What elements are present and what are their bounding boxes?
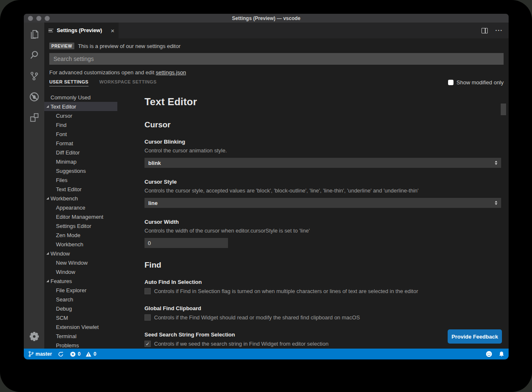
- toc-item-text-editor-child[interactable]: Text Editor: [44, 185, 140, 194]
- toc-item-problems[interactable]: Problems: [44, 341, 140, 349]
- twistie-icon: [46, 252, 49, 255]
- search-icon[interactable]: [28, 49, 41, 61]
- scrollbar-thumb[interactable]: [501, 104, 506, 115]
- extensions-icon[interactable]: [28, 111, 41, 124]
- sync-button[interactable]: [58, 351, 64, 357]
- tab-user-settings[interactable]: USER SETTINGS: [49, 79, 89, 86]
- toc-item-format[interactable]: Format: [44, 139, 140, 148]
- explorer-icon[interactable]: [28, 28, 41, 40]
- toc-item-files[interactable]: Files: [44, 175, 140, 185]
- show-modified-only-toggle[interactable]: Show modified only: [448, 79, 504, 86]
- settings-gear-icon[interactable]: [28, 330, 41, 343]
- error-count: 0: [78, 351, 81, 357]
- warning-count: 0: [94, 351, 96, 357]
- tab-close-icon[interactable]: ×: [111, 28, 114, 34]
- toc-item-text-editor[interactable]: Text Editor: [44, 102, 117, 111]
- section-title-cursor: Cursor: [144, 120, 501, 129]
- source-control-icon[interactable]: [28, 70, 41, 82]
- toc-item-window[interactable]: Window: [44, 249, 140, 258]
- show-modified-checkbox[interactable]: [448, 80, 453, 85]
- title-bar: Settings (Preview) — vscode: [24, 14, 509, 23]
- toc-item-suggestions[interactable]: Suggestions: [44, 166, 140, 175]
- setting-cursor-width: Cursor Width Controls the width of the c…: [144, 219, 501, 248]
- global-find-clipboard-checkbox[interactable]: [144, 314, 151, 321]
- desktop-shadow: Settings (Preview) — vscode: [0, 0, 532, 392]
- check-icon: ✓: [145, 341, 149, 346]
- setting-global-find-clipboard: Global Find Clipboard Controls if the Fi…: [144, 305, 501, 321]
- toc-item-features[interactable]: Features: [44, 276, 140, 286]
- toc-item-extension-viewlet[interactable]: Extension Viewlet: [44, 322, 140, 331]
- toc-item-commonly-used[interactable]: Commonly Used: [44, 93, 140, 102]
- cursor-style-select[interactable]: line: [144, 198, 501, 208]
- section-title-find: Find: [144, 260, 501, 270]
- toc-item-cursor[interactable]: Cursor: [44, 111, 140, 120]
- toc-item-new-window[interactable]: New Window: [44, 258, 140, 267]
- twistie-icon: [46, 280, 49, 282]
- settings-header: PREVIEW This is a preview of our new set…: [44, 38, 509, 90]
- toc-item-diff-editor[interactable]: Diff Editor: [44, 148, 140, 157]
- split-editor-icon[interactable]: [481, 28, 488, 33]
- toc-item-window-child[interactable]: Window: [44, 267, 140, 276]
- preview-text: This is a preview of our new settings ed…: [78, 43, 181, 49]
- warnings-icon: [85, 351, 92, 357]
- toc-item-workbench[interactable]: Workbench: [44, 194, 140, 203]
- toc-item-editor-management[interactable]: Editor Management: [44, 212, 140, 221]
- settings-toc: Commonly Used Text Editor Cursor Find Fo…: [44, 90, 140, 349]
- settings-editor-icon: [48, 29, 53, 33]
- git-branch-item[interactable]: master: [28, 351, 52, 357]
- tab-workspace-settings[interactable]: WORKSPACE SETTINGS: [99, 79, 157, 86]
- advanced-customizations-text: For advanced customizations open and edi…: [49, 69, 504, 76]
- smiley-icon: [486, 351, 492, 357]
- status-bar: master 0 0: [24, 349, 509, 359]
- notifications-button[interactable]: [499, 351, 504, 357]
- preview-badge: PREVIEW: [49, 43, 74, 49]
- cursor-width-input[interactable]: [144, 238, 228, 248]
- problems-item[interactable]: 0 0: [70, 351, 96, 357]
- cursor-blinking-select[interactable]: blink: [144, 158, 501, 168]
- sync-icon: [58, 351, 64, 357]
- select-stepper-icon: [495, 161, 497, 165]
- bell-icon: [499, 351, 504, 357]
- page-title: Text Editor: [144, 96, 501, 108]
- setting-auto-find-in-selection: Auto Find In Selection Controls if Find …: [144, 279, 501, 294]
- toc-item-debug[interactable]: Debug: [44, 304, 140, 313]
- seed-search-string-checkbox[interactable]: ✓: [144, 341, 151, 347]
- settings-list: Text Editor Cursor Cursor Blinking Contr…: [140, 90, 509, 349]
- setting-cursor-style: Cursor Style Controls the cursor style, …: [144, 179, 501, 208]
- settings-json-link[interactable]: settings.json: [156, 69, 186, 76]
- select-stepper-icon: [495, 201, 497, 205]
- errors-icon: [70, 351, 76, 357]
- tab-bar: Settings (Preview) × ···: [44, 23, 509, 38]
- debug-disabled-icon[interactable]: [28, 91, 41, 103]
- feedback-smiley-button[interactable]: [486, 351, 492, 357]
- toc-item-font[interactable]: Font: [44, 129, 140, 139]
- auto-find-in-selection-checkbox[interactable]: [144, 288, 151, 294]
- setting-cursor-blinking: Cursor Blinking Control the cursor anima…: [144, 139, 501, 168]
- tab-settings-preview[interactable]: Settings (Preview) ×: [44, 23, 119, 38]
- more-actions-icon[interactable]: ···: [495, 29, 503, 32]
- toc-item-file-explorer[interactable]: File Explorer: [44, 286, 140, 295]
- git-branch-icon: [28, 351, 34, 357]
- vscode-window: Settings (Preview) — vscode: [24, 14, 509, 359]
- twistie-icon: [46, 197, 49, 200]
- activity-bar: [24, 23, 44, 349]
- toc-item-workbench-child[interactable]: Workbench: [44, 240, 140, 249]
- toc-item-find[interactable]: Find: [44, 120, 140, 129]
- provide-feedback-button[interactable]: Provide Feedback: [448, 329, 502, 344]
- toc-item-terminal[interactable]: Terminal: [44, 331, 140, 341]
- toc-item-zen-mode[interactable]: Zen Mode: [44, 230, 140, 240]
- toc-item-search[interactable]: Search: [44, 295, 140, 304]
- twistie-icon: [46, 105, 49, 108]
- search-settings-input[interactable]: [49, 53, 504, 65]
- toc-item-settings-editor[interactable]: Settings Editor: [44, 221, 140, 230]
- toc-item-minimap[interactable]: Minimap: [44, 157, 140, 166]
- toc-item-appearance[interactable]: Appearance: [44, 203, 140, 212]
- toc-item-scm[interactable]: SCM: [44, 313, 140, 322]
- window-title: Settings (Preview) — vscode: [24, 15, 509, 21]
